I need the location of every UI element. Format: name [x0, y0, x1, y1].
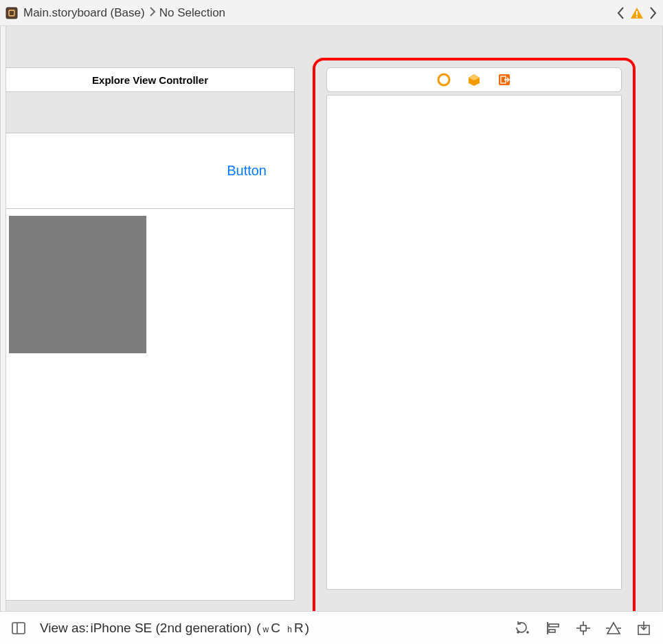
- scene-title-bar[interactable]: Explore View Controller: [6, 67, 295, 92]
- scene-root-view[interactable]: [326, 95, 622, 590]
- breadcrumb[interactable]: Main.storyboard (Base) No Selection: [23, 6, 225, 20]
- canvas-left-ruler: [1, 26, 6, 611]
- scene-title-label: Explore View Controller: [92, 74, 208, 86]
- view-as-prefix: View as:: [40, 621, 89, 636]
- navigation-bar: Main.storyboard (Base) No Selection: [0, 0, 663, 26]
- embed-in-button[interactable]: [636, 620, 652, 636]
- scene-selected-view-controller[interactable]: [326, 67, 622, 590]
- bottom-bar-right: [515, 620, 652, 636]
- interface-builder-canvas[interactable]: Explore View Controller Button: [0, 26, 663, 611]
- navigation-bar-placeholder[interactable]: [6, 92, 294, 133]
- nav-forward-button[interactable]: [648, 5, 658, 21]
- nav-back-button[interactable]: [616, 5, 626, 21]
- toggle-document-outline-button[interactable]: [11, 621, 26, 636]
- svg-rect-16: [549, 624, 559, 627]
- svg-point-13: [517, 631, 519, 633]
- update-frames-button[interactable]: [515, 620, 531, 636]
- first-responder-icon[interactable]: [467, 73, 481, 87]
- nav-right-cluster: [616, 5, 658, 21]
- svg-rect-18: [581, 625, 586, 631]
- svg-rect-4: [636, 16, 638, 17]
- paren-close: ): [305, 621, 309, 636]
- view-controller-icon[interactable]: [437, 73, 451, 87]
- height-class-label: h: [286, 625, 293, 634]
- view-as-device-selector[interactable]: View as: iPhone SE (2nd generation) ( w …: [40, 621, 309, 636]
- pin-constraints-button[interactable]: [575, 620, 592, 636]
- height-class-value: R: [294, 621, 304, 636]
- svg-rect-3: [636, 11, 638, 15]
- svg-rect-17: [549, 630, 555, 632]
- bottom-bar-left: View as: iPhone SE (2nd generation) ( w …: [11, 621, 309, 636]
- breadcrumb-selection[interactable]: No Selection: [159, 6, 225, 20]
- breadcrumb-file[interactable]: Main.storyboard (Base): [23, 6, 145, 20]
- scene-title-bar[interactable]: [326, 67, 622, 92]
- storyboard-file-icon: [5, 7, 18, 19]
- exit-icon[interactable]: [497, 73, 511, 87]
- space: [282, 621, 285, 636]
- canvas-bottom-bar: View as: iPhone SE (2nd generation) ( w …: [0, 611, 663, 644]
- svg-rect-0: [6, 8, 17, 19]
- collection-header-cell[interactable]: Button: [6, 133, 294, 209]
- width-class-label: w: [262, 625, 270, 634]
- breadcrumb-group: Main.storyboard (Base) No Selection: [5, 6, 225, 20]
- paren-open: (: [253, 621, 261, 636]
- scene-explore-view-controller[interactable]: Explore View Controller Button: [6, 67, 295, 601]
- resolve-constraints-button[interactable]: [605, 620, 622, 636]
- svg-point-5: [438, 74, 449, 85]
- svg-point-14: [527, 631, 529, 633]
- breadcrumb-separator-icon: [148, 6, 157, 20]
- width-class-value: C: [271, 621, 280, 636]
- svg-rect-11: [12, 623, 25, 634]
- scene-body[interactable]: Button: [6, 92, 295, 601]
- align-constraints-button[interactable]: [545, 620, 561, 636]
- ui-button[interactable]: Button: [227, 163, 267, 179]
- view-as-device: iPhone SE (2nd generation): [90, 621, 251, 636]
- warning-icon[interactable]: [630, 6, 644, 20]
- image-view-placeholder[interactable]: [9, 216, 146, 353]
